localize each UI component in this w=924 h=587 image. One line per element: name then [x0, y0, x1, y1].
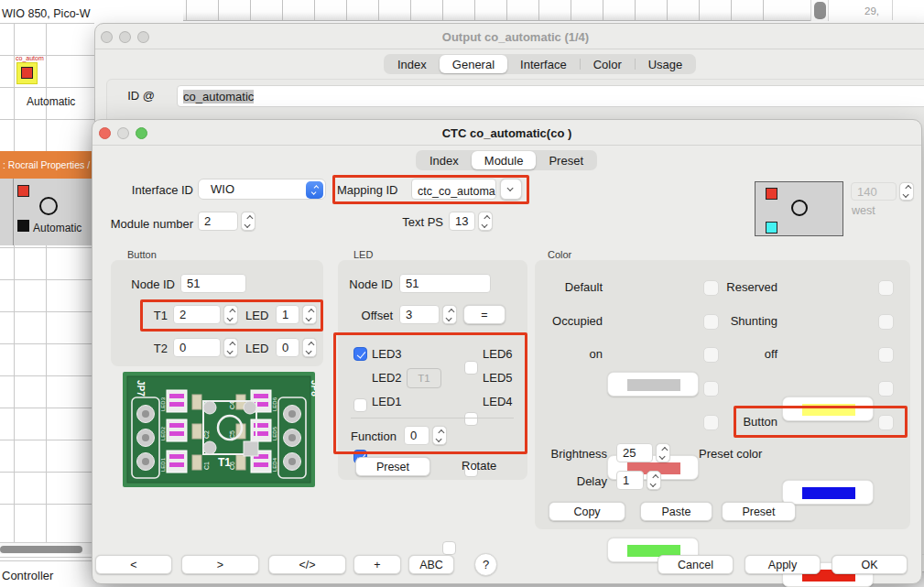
apply-button[interactable]: Apply — [745, 555, 821, 574]
default-color-label: Default — [535, 280, 603, 294]
output-symbol[interactable] — [16, 62, 38, 84]
combo-chevrons-icon[interactable] — [306, 181, 323, 199]
t1-led-input[interactable]: 1 — [276, 305, 299, 324]
rotate-checkbox[interactable] — [442, 541, 456, 555]
t2-led-label: LED — [245, 342, 268, 355]
delay-input[interactable]: 1 — [616, 471, 644, 490]
preview-cyan-square — [766, 222, 777, 234]
tab-index[interactable]: Index — [385, 55, 440, 73]
xml-button[interactable]: </> — [268, 555, 346, 574]
tab-general[interactable]: General — [440, 55, 507, 73]
rotate-label: Rotate — [462, 459, 496, 473]
next-button[interactable]: > — [181, 555, 259, 574]
horizontal-scrollbar-thumb[interactable] — [0, 546, 82, 553]
on-color-label: on — [535, 347, 603, 361]
interface-id-combo[interactable]: WIO — [198, 179, 326, 200]
help-button[interactable]: ? — [474, 553, 497, 576]
reserved-color-checkbox[interactable] — [878, 280, 894, 296]
led6-checkbox[interactable] — [464, 361, 478, 375]
cancel-button[interactable]: Cancel — [658, 555, 734, 574]
function-stepper[interactable] — [432, 426, 447, 445]
button-node-id-label: Node ID — [111, 277, 175, 291]
text-ps-input[interactable]: 13 — [449, 212, 475, 231]
properties-window-titlebar[interactable]: : Rocrail Properties / — [0, 151, 94, 179]
t2-value: 0 — [179, 341, 186, 354]
t2-stepper[interactable] — [223, 338, 238, 357]
shunting-color-checkbox[interactable] — [878, 314, 894, 330]
svg-text:LED1: LED1 — [160, 457, 166, 472]
offset-value: 3 — [406, 308, 412, 321]
tab-index[interactable]: Index — [417, 151, 472, 169]
prev-button[interactable]: < — [95, 555, 172, 574]
led-preset-button[interactable]: Preset — [355, 457, 430, 476]
paste-button[interactable]: Paste — [640, 502, 712, 521]
svg-text:C2: C2 — [203, 430, 210, 439]
led2-checkbox[interactable] — [353, 398, 367, 412]
id-input[interactable]: co_automatic — [177, 85, 924, 107]
equals-button[interactable]: = — [463, 305, 505, 324]
ctc-dialog-titlebar[interactable]: CTC co_automatic(co ) — [92, 120, 921, 146]
output-dialog-titlebar[interactable]: Output co_automatic (1/4) — [95, 24, 924, 49]
horizontal-scrollbar[interactable] — [0, 542, 94, 554]
shunting-color-swatch[interactable] — [782, 480, 874, 505]
text-ps-stepper[interactable] — [478, 212, 493, 231]
controller-tab-label[interactable]: Controller — [2, 569, 53, 582]
t2-led-input[interactable]: 0 — [276, 338, 299, 357]
angle-value: 140 — [857, 185, 877, 199]
vertical-scrollbar[interactable] — [810, 0, 829, 21]
off-color-checkbox[interactable] — [878, 347, 894, 363]
offset-input[interactable]: 3 — [399, 305, 440, 324]
offset-stepper[interactable] — [442, 305, 457, 324]
abc-button[interactable]: ABC — [408, 555, 454, 574]
tab-usage[interactable]: Usage — [636, 55, 696, 73]
led-node-id-input[interactable]: 51 — [399, 274, 491, 293]
default-color-swatch[interactable] — [607, 372, 699, 397]
delay-stepper[interactable] — [647, 471, 661, 490]
t2-input[interactable]: 0 — [173, 338, 221, 357]
module-number-input[interactable]: 2 — [198, 212, 238, 231]
t1-input[interactable]: 2 — [173, 305, 221, 324]
t1-map-button: T1 — [407, 368, 441, 388]
tab-preset[interactable]: Preset — [536, 151, 596, 169]
jp7-pads — [137, 406, 155, 471]
t2-led-value: 0 — [282, 341, 288, 354]
color-preset-button[interactable]: Preset — [722, 502, 796, 521]
svg-text:LED2: LED2 — [160, 426, 166, 440]
led5-checkbox[interactable] — [464, 412, 478, 426]
mapping-id-input[interactable]: ctc_co_automa — [411, 179, 496, 200]
button-node-id-input[interactable]: 51 — [180, 274, 246, 293]
vertical-scrollbar-thumb[interactable] — [814, 2, 826, 19]
brightness-input[interactable]: 25 — [616, 443, 653, 462]
black-color-checkbox-1[interactable] — [703, 381, 719, 397]
tab-interface[interactable]: Interface — [507, 55, 580, 73]
led3-checkbox[interactable] — [353, 347, 367, 361]
angle-stepper[interactable] — [899, 182, 914, 201]
reserved-color-swatch[interactable] — [782, 397, 874, 421]
t1-stepper[interactable] — [223, 305, 238, 324]
ok-button[interactable]: OK — [832, 555, 908, 574]
svg-text:C1: C1 — [203, 462, 210, 470]
tab-module[interactable]: Module — [472, 151, 537, 169]
svg-text:LED3: LED3 — [160, 397, 166, 411]
chevron-down-icon — [506, 184, 513, 190]
t2-led-stepper[interactable] — [302, 338, 317, 357]
function-input[interactable]: 0 — [404, 426, 429, 445]
pcb-image: JP7 JP8 LED3 C3 LED2 C2 — [123, 372, 315, 487]
panel-divider — [13, 179, 14, 245]
tab-color[interactable]: Color — [581, 55, 635, 73]
svg-text:LED4: LED4 — [272, 457, 277, 472]
module-number-stepper[interactable] — [241, 212, 255, 231]
black-color-checkbox-2[interactable] — [878, 381, 894, 397]
output-dialog-title: Output co_automatic (1/4) — [95, 30, 924, 44]
module-number-label: Module number — [100, 217, 193, 231]
copy-button[interactable]: Copy — [549, 502, 625, 521]
mapping-id-dropdown-button[interactable] — [500, 179, 522, 200]
ctc-dialog-tabs: Index Module Preset — [416, 150, 597, 170]
button-color-checkbox[interactable] — [878, 415, 894, 430]
function-label: Function — [351, 429, 397, 443]
brightness-stepper[interactable] — [656, 443, 670, 462]
add-button[interactable]: + — [353, 555, 401, 574]
ctc-dialog-title: CTC co_automatic(co ) — [92, 126, 921, 140]
t1-led-stepper[interactable] — [302, 305, 317, 324]
led-node-id-value: 51 — [406, 277, 419, 290]
